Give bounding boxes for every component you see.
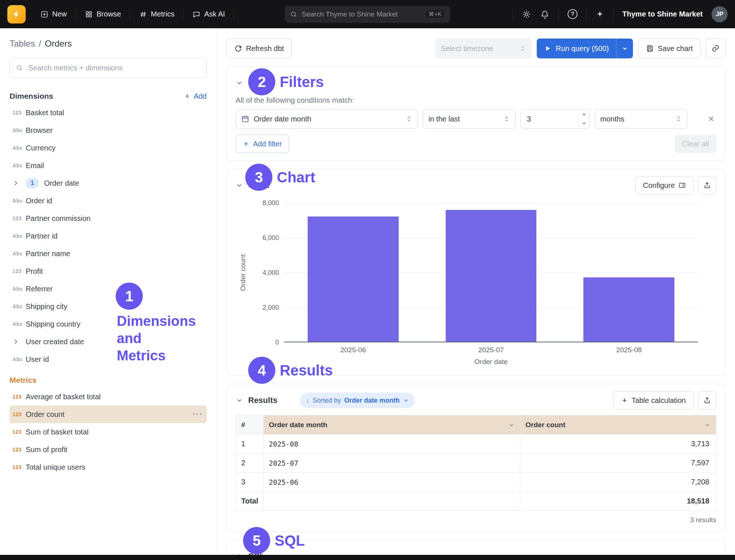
sorted-by-pill[interactable]: ↓ Sorted by Order date month	[300, 393, 414, 408]
chevron-right-icon[interactable]	[12, 338, 26, 345]
select-updown-icon	[519, 45, 526, 52]
filter-field-select[interactable]: Order date month	[236, 109, 418, 129]
table-row[interactable]: 2 2025-07 7,597	[236, 454, 716, 473]
add-filter-button[interactable]: Add filter	[236, 135, 289, 153]
sidebar-item-partner-id[interactable]: Abc Partner id	[10, 227, 207, 245]
sidebar-search[interactable]	[10, 58, 207, 78]
sparkles-icon[interactable]	[595, 10, 604, 19]
timezone-select[interactable]: Select timezone	[435, 39, 532, 58]
org-name[interactable]: Thyme to Shine Market	[622, 10, 703, 18]
more-options-icon[interactable]: ···	[193, 410, 203, 419]
dimension-label: User created date	[26, 338, 84, 346]
stepper-down-button[interactable]	[579, 119, 589, 128]
run-query-dropdown-button[interactable]	[616, 39, 633, 58]
filter-value-input[interactable]	[521, 109, 578, 128]
sidebar-item-total-unique-users[interactable]: 123 Total unique users	[10, 458, 207, 476]
sorted-by-field: Order date month	[344, 397, 400, 404]
save-chart-button[interactable]: Save chart	[638, 39, 700, 58]
dimension-label: User id	[26, 355, 49, 364]
table-calculation-label: Table calculation	[631, 396, 686, 405]
help-icon[interactable]: ?	[568, 9, 578, 19]
sidebar-item-order-date[interactable]: 1 Order date	[10, 174, 207, 192]
refresh-dbt-button[interactable]: Refresh dbt	[227, 39, 292, 58]
user-avatar[interactable]: JP	[712, 6, 728, 22]
app-logo[interactable]	[7, 5, 26, 23]
sidebar-item-basket-total[interactable]: 123 Basket total	[10, 104, 207, 121]
breadcrumb: Tables / Orders	[10, 39, 207, 49]
configure-button[interactable]: Configure	[635, 176, 694, 194]
sidebar-item-shipping-country[interactable]: Abc Shipping country	[10, 315, 207, 333]
collapse-chevron-icon[interactable]	[236, 79, 243, 87]
results-table-header-row: # Order date month Order count	[236, 415, 716, 434]
table-row[interactable]: 3 2025-06 7,208	[236, 473, 716, 492]
numeric-type-icon: 123	[12, 464, 26, 470]
table-row[interactable]: 1 2025-08 3,713	[236, 434, 716, 454]
count-cell: 3,713	[520, 434, 716, 454]
x-axis-title: Order date	[284, 358, 698, 366]
sidebar-item-email[interactable]: Abc Email	[10, 157, 207, 174]
bar-2025-07[interactable]	[446, 210, 537, 342]
bar-2025-06[interactable]	[308, 217, 399, 342]
active-filter-count-badge: 1	[26, 178, 39, 188]
export-results-button[interactable]	[698, 391, 716, 410]
export-share-icon	[703, 182, 711, 189]
sidebar-item-order-id[interactable]: Abc Order id	[10, 192, 207, 210]
column-header-order-count[interactable]: Order count	[520, 415, 716, 434]
breadcrumb-tables-link[interactable]: Tables	[10, 39, 35, 49]
x-tick: 2025-08	[560, 346, 698, 354]
sidebar-item-browser[interactable]: Abc Browser	[10, 121, 207, 139]
sidebar-item-partner-name[interactable]: Abc Partner name	[10, 245, 207, 262]
sidebar-item-currency[interactable]: Abc Currency	[10, 139, 207, 157]
x-axis-ticks: 2025-06 2025-07 2025-08	[284, 346, 698, 354]
stepper-up-button[interactable]	[579, 109, 589, 119]
chevron-down-icon	[403, 397, 409, 403]
chevron-down-icon[interactable]	[508, 422, 515, 428]
settings-gear-icon[interactable]	[522, 10, 531, 19]
sidebar-item-shipping-city[interactable]: Abc Shipping city	[10, 298, 207, 315]
new-button[interactable]: New	[32, 6, 76, 23]
metrics-nav-button[interactable]: Metrics	[130, 6, 183, 23]
browse-button[interactable]: Browse	[76, 6, 130, 23]
sidebar-item-average-of-basket-total[interactable]: 123 Average of basket total	[10, 388, 207, 406]
filter-operator-value: in the last	[428, 115, 460, 123]
bar-2025-08[interactable]	[583, 277, 674, 342]
notifications-bell-icon[interactable]	[540, 10, 550, 19]
sidebar-item-user-created-date[interactable]: User created date	[10, 333, 207, 350]
share-link-button[interactable]	[706, 39, 725, 58]
column-header-order-date-month[interactable]: Order date month	[264, 415, 520, 434]
chat-bubble-icon	[192, 10, 200, 18]
new-label: New	[52, 10, 67, 18]
sidebar-item-sum-of-basket-total[interactable]: 123 Sum of basket total	[10, 423, 207, 441]
chart-section-header: Chart Configure	[236, 177, 716, 194]
filters-condition-text: All of the following conditions match:	[236, 96, 716, 105]
ask-ai-button[interactable]: Ask AI	[184, 6, 234, 23]
sidebar-item-profit[interactable]: 123 Profit	[10, 262, 207, 280]
select-updown-icon	[503, 116, 510, 122]
main-content: Refresh dbt Select timezone Run query (5…	[217, 28, 735, 555]
numeric-type-icon: 123	[12, 447, 26, 452]
filter-operator-select[interactable]: in the last	[423, 109, 515, 129]
metric-label: Sum of profit	[26, 446, 67, 454]
string-type-icon: Abc	[12, 286, 26, 292]
y-tick: 6,000	[262, 234, 279, 242]
sidebar-item-referrer[interactable]: Abc Referrer	[10, 280, 207, 298]
sidebar-item-partner-commission[interactable]: 123 Partner commission	[10, 210, 207, 227]
nav-right-cluster: ? Thyme to Shine Market JP	[513, 6, 728, 22]
chevron-right-icon[interactable]	[12, 180, 26, 186]
add-dimension-button[interactable]: Add	[184, 92, 207, 101]
sidebar-item-sum-of-profit[interactable]: 123 Sum of profit	[10, 441, 207, 458]
table-calculation-button[interactable]: Table calculation	[613, 391, 694, 410]
sidebar-item-order-count[interactable]: 123 Order count ···	[10, 406, 207, 423]
clear-all-button[interactable]: Clear all	[675, 135, 716, 153]
run-query-button[interactable]: Run query (500)	[537, 39, 616, 58]
export-chart-button[interactable]	[698, 176, 716, 194]
global-search[interactable]: Search Thyme to Shine Market ⌘+K	[285, 6, 450, 23]
collapse-chevron-icon[interactable]	[236, 397, 243, 404]
remove-filter-icon[interactable]: ×	[706, 114, 716, 124]
sidebar-item-user-id[interactable]: Abc User id	[10, 350, 207, 368]
chevron-down-icon[interactable]	[704, 422, 711, 428]
ask-ai-label: Ask AI	[204, 10, 225, 18]
collapse-chevron-icon[interactable]	[236, 182, 243, 189]
sidebar-search-input[interactable]	[28, 63, 200, 73]
filter-unit-select[interactable]: months	[595, 109, 687, 129]
